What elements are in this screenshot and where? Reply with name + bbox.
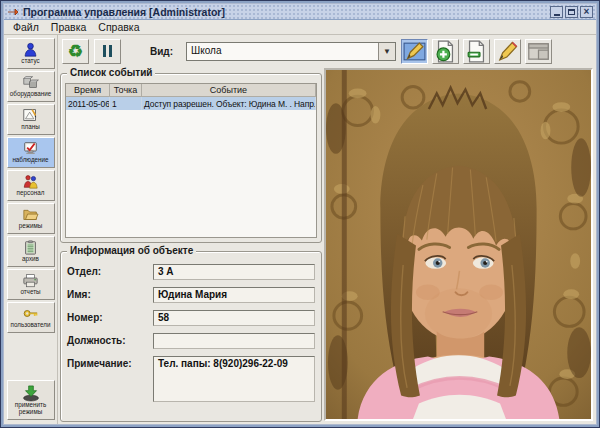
app-window: Программа управления [Administrator] × Ф… bbox=[0, 0, 600, 428]
pencil-blue-icon bbox=[402, 39, 427, 64]
people-icon bbox=[22, 174, 39, 189]
app-logo-icon bbox=[7, 7, 19, 17]
info-group-title: Информация об объекте bbox=[67, 245, 196, 256]
apply-arrow-icon bbox=[20, 384, 42, 402]
note-field[interactable]: Тел. папы: 8(920)296-22-09 bbox=[153, 356, 315, 402]
note-label: Примечание: bbox=[67, 356, 153, 369]
printer-icon bbox=[22, 273, 39, 288]
menu-edit[interactable]: Правка bbox=[46, 20, 91, 34]
event-time: 2011-05-06... bbox=[66, 97, 110, 110]
edit-view-button[interactable] bbox=[401, 39, 428, 64]
position-label: Должность: bbox=[67, 333, 153, 346]
sidebar-item-personnel[interactable]: персонал bbox=[7, 170, 55, 201]
photo-panel bbox=[324, 67, 594, 422]
events-table: Время Точка Событие 2011-05-06... 1 Дост… bbox=[65, 83, 317, 238]
close-button[interactable]: × bbox=[580, 6, 593, 18]
col-point[interactable]: Точка bbox=[110, 84, 142, 97]
sidebar-item-status[interactable]: статус bbox=[7, 38, 55, 69]
menu-file[interactable]: Файл bbox=[8, 20, 44, 34]
events-group: Список событий Время Точка Событие 2011-… bbox=[60, 73, 322, 243]
toolbar: ♻ Вид: Школа ▼ bbox=[60, 36, 594, 67]
girl-portrait-illustration bbox=[326, 70, 591, 419]
remove-button[interactable] bbox=[463, 39, 490, 64]
edit-button[interactable] bbox=[494, 39, 521, 64]
page-minus-icon bbox=[464, 39, 489, 64]
menu-bar: Файл Правка Справка bbox=[4, 20, 596, 35]
events-group-title: Список событий bbox=[67, 67, 155, 78]
equipment-icon bbox=[22, 75, 39, 90]
layout-button[interactable] bbox=[525, 39, 552, 64]
refresh-button[interactable]: ♻ bbox=[62, 39, 89, 64]
info-group: Информация об объекте Отдел: 3 А Имя: Юд… bbox=[60, 251, 322, 422]
col-event[interactable]: Событие bbox=[142, 84, 316, 97]
name-field[interactable]: Юдина Мария bbox=[153, 287, 315, 303]
clipboard-icon bbox=[22, 240, 39, 255]
window-title: Программа управления [Administrator] bbox=[23, 6, 550, 18]
minimize-button[interactable] bbox=[550, 6, 563, 18]
page-plus-icon bbox=[433, 39, 458, 64]
events-table-header: Время Точка Событие bbox=[66, 84, 316, 97]
view-label: Вид: bbox=[150, 46, 173, 57]
key-icon bbox=[22, 306, 39, 321]
sidebar-item-equipment[interactable]: оборудование bbox=[7, 71, 55, 102]
sidebar-item-plans[interactable]: планы bbox=[7, 104, 55, 135]
window-panel-icon bbox=[526, 39, 551, 64]
pencil-icon bbox=[495, 39, 520, 64]
apply-modes-button[interactable]: применитьрежимы bbox=[7, 380, 55, 420]
chevron-down-icon[interactable]: ▼ bbox=[378, 43, 395, 60]
pause-button[interactable] bbox=[94, 39, 121, 64]
sidebar-item-modes[interactable]: режимы bbox=[7, 203, 55, 234]
sidebar: статус оборудование планы наблюдение пер… bbox=[4, 35, 58, 424]
sidebar-item-reports[interactable]: отчеты bbox=[7, 269, 55, 300]
event-row[interactable]: 2011-05-06... 1 Доступ разрешен. Объект:… bbox=[66, 97, 316, 110]
event-text: Доступ разрешен. Объект: Юдина М. . Напр… bbox=[142, 97, 316, 110]
view-combobox-value: Школа bbox=[187, 43, 378, 60]
dept-label: Отдел: bbox=[67, 264, 153, 277]
dept-field[interactable]: 3 А bbox=[153, 264, 315, 280]
sidebar-item-users[interactable]: пользователи bbox=[7, 302, 55, 333]
event-point: 1 bbox=[110, 97, 142, 110]
recycle-icon: ♻ bbox=[68, 43, 83, 60]
col-time[interactable]: Время bbox=[66, 84, 110, 97]
view-combobox[interactable]: Школа ▼ bbox=[186, 42, 396, 61]
maximize-button[interactable] bbox=[565, 6, 578, 18]
name-label: Имя: bbox=[67, 287, 153, 300]
folder-icon bbox=[22, 207, 39, 222]
add-button[interactable] bbox=[432, 39, 459, 64]
left-column: Список событий Время Точка Событие 2011-… bbox=[60, 67, 324, 422]
menu-help[interactable]: Справка bbox=[93, 20, 144, 34]
sidebar-item-archive[interactable]: архив bbox=[7, 236, 55, 267]
plans-icon bbox=[22, 108, 39, 123]
position-field[interactable] bbox=[153, 333, 315, 349]
person-photo bbox=[324, 68, 593, 421]
pause-icon bbox=[103, 45, 112, 57]
monitor-check-icon bbox=[22, 141, 39, 156]
number-label: Номер: bbox=[67, 310, 153, 323]
sidebar-item-surveillance[interactable]: наблюдение bbox=[7, 137, 55, 168]
number-field[interactable]: 58 bbox=[153, 310, 315, 326]
title-bar[interactable]: Программа управления [Administrator] × bbox=[4, 4, 596, 20]
person-icon bbox=[22, 42, 39, 57]
